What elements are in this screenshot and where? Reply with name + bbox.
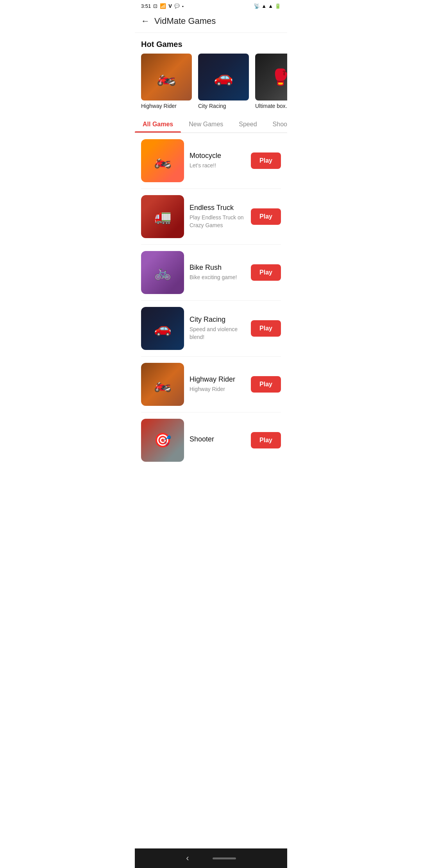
game-thumb-endless-truck: 🚛 [141,195,184,238]
back-button[interactable]: ← [141,16,150,26]
game-info-city-racing-list: City Racing Speed and violence blend! [190,316,245,341]
v-icon: V [168,3,172,9]
play-button-bike-rush[interactable]: Play [251,264,281,281]
game-name-city-racing-list: City Racing [190,316,245,324]
tab-all-games[interactable]: All Games [135,115,181,133]
dot-icon: • [182,4,184,9]
game-desc-bike-rush: Bike exciting game! [190,274,245,282]
play-button-city-racing-list[interactable]: Play [251,320,281,337]
tab-new-games[interactable]: New Games [181,115,231,133]
play-button-motocycle[interactable]: Play [251,152,281,169]
games-list: 🏍️ Motocycle Let's race!! Play 🚛 Endless… [135,133,287,468]
hot-game-thumb-highway-rider: 🏍️ [141,54,192,100]
page-title: VidMate Games [154,16,216,26]
game-list-item-endless-truck: 🚛 Endless Truck Play Endless Truck on Cr… [141,189,281,245]
page-header: ← VidMate Games [135,11,287,33]
game-name-motocycle: Motocycle [190,152,245,160]
hot-game-item-highway-rider[interactable]: 🏍️ Highway Rider [141,54,192,109]
game-info-shooter: Shooter [190,435,245,445]
game-list-item-motocycle: 🏍️ Motocycle Let's race!! Play [141,133,281,189]
game-name-bike-rush: Bike Rush [190,264,245,272]
game-thumb-shooter: 🎯 [141,419,184,462]
game-name-highway-rider-list: Highway Rider [190,375,245,384]
battery-icon: 🔋 [275,3,281,9]
hot-game-item-city-racing[interactable]: 🚗 City Racing [198,54,249,109]
status-time: 3:51 ⊡ 📶 V 💬 • [141,3,184,9]
screen-record-icon: ⊡ [153,3,157,9]
game-info-endless-truck: Endless Truck Play Endless Truck on Craz… [190,204,245,229]
games-tabs: All GamesNew GamesSpeedShootingSport [135,115,287,133]
status-bar: 3:51 ⊡ 📶 V 💬 • 📡 ▲ ▲ 🔋 [135,0,287,11]
game-list-item-shooter: 🎯 Shooter Play [141,412,281,468]
hot-games-section: Hot Games 🏍️ Highway Rider 🚗 City Racing… [135,33,287,115]
cast-icon: 📡 [254,3,260,9]
game-list-item-highway-rider-list: 🏍️ Highway Rider Highway Rider Play [141,357,281,412]
game-name-shooter: Shooter [190,435,245,443]
tab-shooting[interactable]: Shooting [265,115,287,133]
play-button-shooter[interactable]: Play [251,432,281,448]
hot-game-name-ultimate-boxing: Ultimate box… [255,103,287,109]
game-thumb-motocycle: 🏍️ [141,139,184,182]
play-button-endless-truck[interactable]: Play [251,208,281,225]
game-desc-endless-truck: Play Endless Truck on Crazy Games [190,214,245,229]
time-display: 3:51 [141,3,151,9]
game-desc-city-racing-list: Speed and violence blend! [190,326,245,341]
game-list-item-bike-rush: 🚲 Bike Rush Bike exciting game! Play [141,245,281,301]
hot-game-name-highway-rider: Highway Rider [141,103,192,109]
game-thumb-city-racing-list: 🚗 [141,307,184,350]
game-info-bike-rush: Bike Rush Bike exciting game! [190,264,245,282]
game-info-highway-rider-list: Highway Rider Highway Rider [190,375,245,393]
msg-icon: 💬 [174,4,180,9]
signal-icon: ▲ [268,3,273,9]
hot-games-title: Hot Games [135,33,287,54]
game-list-item-city-racing-list: 🚗 City Racing Speed and violence blend! … [141,301,281,357]
tab-speed[interactable]: Speed [231,115,265,133]
hot-games-scroll: 🏍️ Highway Rider 🚗 City Racing 🥊 Ultimat… [135,54,287,115]
chart-icon: 📶 [160,3,166,9]
hot-game-thumb-ultimate-boxing: 🥊 [255,54,287,100]
game-info-motocycle: Motocycle Let's race!! [190,152,245,170]
game-thumb-bike-rush: 🚲 [141,251,184,294]
hot-game-thumb-city-racing: 🚗 [198,54,249,100]
play-button-highway-rider-list[interactable]: Play [251,376,281,393]
status-indicators: 📡 ▲ ▲ 🔋 [254,3,281,9]
game-desc-motocycle: Let's race!! [190,162,245,170]
game-thumb-highway-rider-list: 🏍️ [141,363,184,406]
wifi-icon: ▲ [261,3,266,9]
hot-game-name-city-racing: City Racing [198,103,249,109]
hot-game-item-ultimate-boxing[interactable]: 🥊 Ultimate box… [255,54,287,109]
game-desc-highway-rider-list: Highway Rider [190,386,245,393]
game-name-endless-truck: Endless Truck [190,204,245,212]
